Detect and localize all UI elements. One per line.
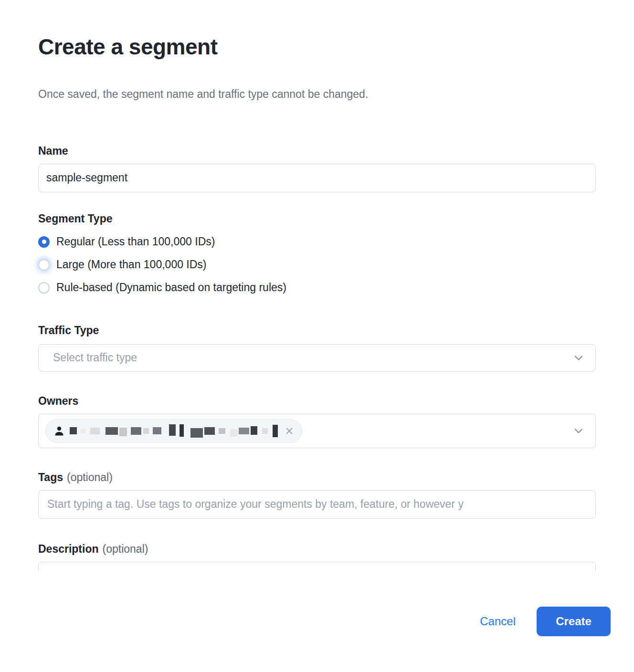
modal-footer: Cancel Create <box>0 607 634 636</box>
create-button[interactable]: Create <box>537 607 611 636</box>
tags-group: Tags(optional) <box>38 470 596 519</box>
radio-option-rule-based[interactable]: Rule-based (Dynamic based on targeting r… <box>38 276 596 299</box>
owners-group: Owners <box>38 394 596 448</box>
radio-unselected-icon[interactable] <box>38 259 50 271</box>
chevron-down-icon <box>572 425 585 437</box>
radio-option-label: Regular (Less than 100,000 IDs) <box>56 235 215 248</box>
traffic-type-group: Traffic Type Select traffic type <box>38 323 596 372</box>
segment-type-group: Segment Type Regular (Less than 100,000 … <box>38 211 596 299</box>
segment-type-label: Segment Type <box>38 211 596 226</box>
chevron-down-icon <box>572 352 585 364</box>
radio-option-large[interactable]: Large (More than 100,000 IDs) <box>38 253 596 276</box>
person-icon <box>53 425 65 437</box>
name-input[interactable] <box>38 164 596 192</box>
chip-close-icon[interactable] <box>285 426 294 436</box>
page-title: Create a segment <box>38 34 596 60</box>
page-subtitle: Once saved, the segment name and traffic… <box>38 86 596 102</box>
description-optional-text: (optional) <box>103 543 148 555</box>
radio-selected-icon[interactable] <box>38 236 50 248</box>
segment-type-radio-group: Regular (Less than 100,000 IDs) Large (M… <box>38 231 596 299</box>
cancel-button[interactable]: Cancel <box>480 615 516 628</box>
traffic-type-placeholder: Select traffic type <box>53 351 137 364</box>
owners-select[interactable] <box>38 414 596 448</box>
description-group: Description(optional) <box>38 542 596 571</box>
description-label: Description(optional) <box>38 542 596 556</box>
name-label: Name <box>38 144 596 158</box>
description-textarea[interactable] <box>38 562 596 571</box>
traffic-type-label: Traffic Type <box>38 323 596 337</box>
tags-label: Tags(optional) <box>38 470 596 484</box>
owner-chip[interactable] <box>45 419 302 443</box>
redacted-owner-text <box>70 423 278 439</box>
description-label-text: Description <box>38 543 99 555</box>
modal-body: Create a segment Once saved, the segment… <box>0 0 634 571</box>
owners-label: Owners <box>38 394 596 408</box>
radio-option-label: Large (More than 100,000 IDs) <box>56 258 207 271</box>
radio-option-regular[interactable]: Regular (Less than 100,000 IDs) <box>38 231 596 253</box>
traffic-type-select[interactable]: Select traffic type <box>38 344 596 372</box>
tags-input[interactable] <box>38 490 596 519</box>
tags-optional-text: (optional) <box>67 471 113 483</box>
tags-label-text: Tags <box>38 471 63 483</box>
radio-unselected-icon[interactable] <box>38 282 50 294</box>
name-field-group: Name <box>38 144 596 192</box>
radio-option-label: Rule-based (Dynamic based on targeting r… <box>56 281 286 294</box>
